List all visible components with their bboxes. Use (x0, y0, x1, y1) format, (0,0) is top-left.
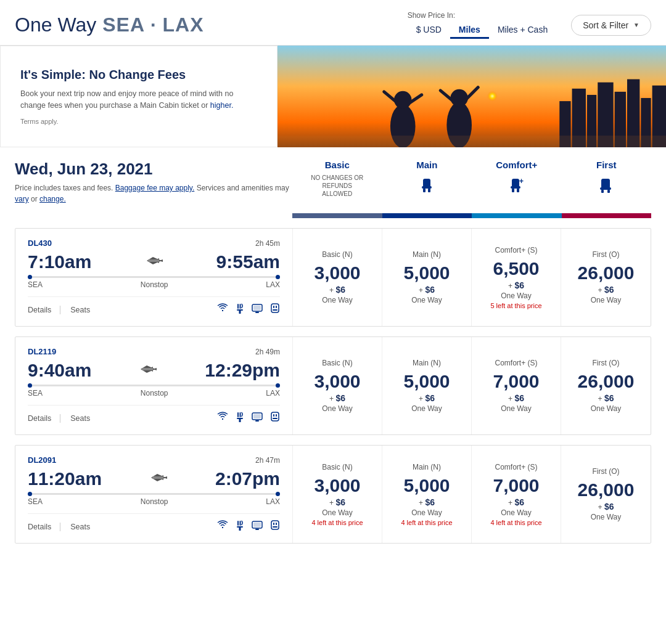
fare-plus-label: + $6 (598, 502, 614, 512)
fare-way-label: One Way (322, 404, 353, 413)
baggage-link[interactable]: Baggage fee may apply. (115, 184, 195, 192)
fare-class-label: Main (N) (413, 463, 441, 471)
svg-rect-24 (511, 186, 520, 189)
bar-comfort (472, 213, 562, 218)
details-link[interactable]: Details (28, 523, 60, 531)
svg-rect-53 (255, 420, 259, 422)
svg-rect-35 (240, 304, 241, 309)
cabin-header-first: First (562, 160, 652, 198)
svg-marker-59 (163, 476, 167, 479)
fare-miles: 3,000 (314, 264, 360, 282)
price-cell-2-1[interactable]: Main (N) 5,000 + $6 One Way 4 left at th… (382, 446, 472, 543)
price-cell-2-0[interactable]: Basic (N) 3,000 + $6 One Way 4 left at t… (293, 446, 382, 543)
svg-rect-31 (607, 190, 610, 193)
flight-times: 7:10am 9:55am (28, 251, 280, 272)
svg-rect-63 (239, 528, 241, 531)
svg-rect-67 (271, 521, 279, 529)
svg-rect-52 (253, 414, 261, 418)
price-cell-1-0[interactable]: Basic (N) 3,000 + $6 One Way (293, 337, 382, 434)
wifi-icon (217, 303, 228, 316)
svg-rect-29 (600, 187, 611, 190)
svg-rect-56 (276, 414, 277, 417)
fare-class-label: Basic (N) (322, 359, 352, 367)
svg-rect-23 (512, 179, 519, 187)
fare-miles: 26,000 (578, 264, 635, 282)
flight-card-2: DL2091 2h 47m 11:20am 2:07pm SEA Nonstop… (15, 445, 651, 544)
fare-way-label: One Way (501, 291, 532, 300)
svg-point-1 (473, 79, 508, 114)
details-seats-links: Details Seats (28, 306, 90, 314)
date-row: Wed, Jun 23, 2021 Price includes taxes a… (15, 160, 651, 205)
change-link[interactable]: change. (39, 195, 66, 203)
fare-plus-label: + $6 (329, 497, 345, 507)
route-bar (28, 385, 280, 386)
vary-link[interactable]: vary (15, 195, 29, 203)
depart-time: 11:20am (28, 468, 102, 489)
bar-main (382, 213, 472, 218)
flight-card-1: DL2119 2h 49m 9:40am 12:29pm SEA Nonstop… (15, 336, 651, 435)
svg-text:+: + (519, 177, 524, 185)
price-type-selector: Show Price In: $ USD Miles Miles + Cash (408, 11, 557, 39)
fare-class-label: Comfort+ (S) (495, 246, 537, 255)
amenity-icons (217, 520, 280, 533)
details-link[interactable]: Details (28, 414, 60, 423)
flight-footer: Details Seats (28, 513, 280, 533)
fare-class-label: Basic (N) (322, 250, 352, 259)
banner-text-section: It's Simple: No Change Fees Book your ne… (0, 46, 278, 147)
entertainment-icon (252, 303, 263, 316)
svg-rect-37 (239, 311, 241, 314)
page-header: One Way SEA · LAX Show Price In: $ USD M… (0, 0, 666, 46)
price-cell-2-3[interactable]: First (O) 26,000 + $6 One Way (561, 446, 651, 543)
banner-link[interactable]: higher. (210, 101, 234, 110)
fare-miles: 3,000 (314, 476, 360, 495)
price-cell-1-1[interactable]: Main (N) 5,000 + $6 One Way (382, 337, 472, 434)
flight-duration: 2h 45m (255, 239, 280, 248)
fare-way-label: One Way (501, 404, 532, 413)
fare-tax: $6 (604, 502, 614, 512)
fare-plus-label: + $6 (508, 280, 524, 290)
flight-number: DL430 (28, 238, 52, 248)
tab-miles-cash[interactable]: Miles + Cash (489, 22, 556, 39)
airport-labels: SEA Nonstop LAX (28, 280, 280, 289)
svg-rect-49 (237, 418, 243, 419)
fare-tax: $6 (604, 393, 614, 403)
seats-link[interactable]: Seats (70, 414, 90, 423)
svg-rect-66 (255, 529, 259, 530)
svg-rect-65 (253, 523, 261, 527)
fare-tax: $6 (335, 393, 345, 403)
meals-icon (236, 520, 244, 533)
svg-rect-68 (273, 523, 274, 525)
svg-rect-44 (273, 309, 278, 311)
svg-rect-70 (273, 526, 278, 528)
fare-plus-label: + $6 (419, 285, 435, 295)
date-note: Price includes taxes and fees. Baggage f… (15, 182, 292, 205)
fare-plus-label: + $6 (329, 285, 345, 295)
flight-prices-2: Basic (N) 3,000 + $6 One Way 4 left at t… (293, 446, 651, 543)
date-left: Wed, Jun 23, 2021 Price includes taxes a… (15, 160, 292, 205)
details-link[interactable]: Details (28, 306, 60, 314)
fare-class-label: First (O) (593, 359, 620, 367)
wifi-icon (217, 412, 228, 425)
flight-footer: Details Seats (28, 296, 280, 316)
bar-first (562, 213, 652, 218)
seats-link[interactable]: Seats (70, 523, 90, 531)
price-cell-1-2[interactable]: Comfort+ (S) 7,000 + $6 One Way (472, 337, 561, 434)
svg-rect-26 (517, 189, 519, 192)
banner-image (278, 46, 666, 147)
price-cell-0-2[interactable]: Comfort+ (S) 6,500 + $6 One Way 5 left a… (472, 229, 561, 326)
price-cell-2-2[interactable]: Comfort+ (S) 7,000 + $6 One Way 4 left a… (472, 446, 561, 543)
fare-alert: 5 left at this price (490, 302, 541, 309)
price-cell-0-1[interactable]: Main (N) 5,000 + $6 One Way (382, 229, 472, 326)
wifi-icon (217, 520, 228, 533)
route-bar (28, 276, 280, 278)
svg-rect-19 (423, 179, 430, 187)
svg-rect-55 (273, 414, 274, 417)
price-cell-0-0[interactable]: Basic (N) 3,000 + $6 One Way (293, 229, 382, 326)
price-cell-0-3[interactable]: First (O) 26,000 + $6 One Way (561, 229, 651, 326)
tab-miles[interactable]: Miles (450, 22, 489, 39)
seats-link[interactable]: Seats (70, 306, 90, 314)
sort-filter-button[interactable]: Sort & Filter ▼ (571, 15, 651, 36)
svg-rect-42 (273, 306, 274, 308)
price-cell-1-3[interactable]: First (O) 26,000 + $6 One Way (561, 337, 651, 434)
tab-usd[interactable]: $ USD (408, 22, 450, 39)
